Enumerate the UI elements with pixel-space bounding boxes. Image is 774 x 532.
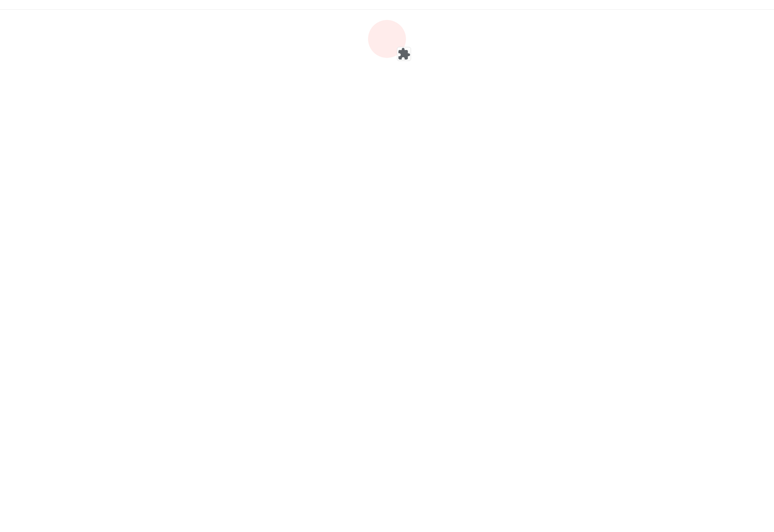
field-performance-gauge bbox=[366, 18, 408, 60]
hero-section bbox=[260, 18, 514, 60]
score-nav bbox=[0, 0, 774, 10]
extension-icon bbox=[397, 47, 411, 61]
